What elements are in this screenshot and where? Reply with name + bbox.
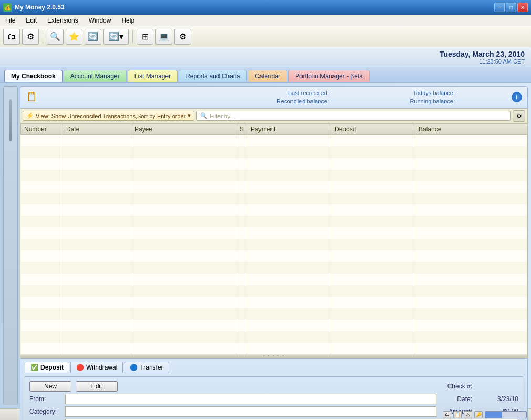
filter-box[interactable]: 🔍 Filter by ... <box>196 111 511 121</box>
menu-extensions[interactable]: Extensions <box>44 16 81 25</box>
toolbar-favorite-button[interactable]: ⭐ <box>66 29 82 45</box>
table-row[interactable] <box>21 216 527 227</box>
datetime-text: Tuesday, March 23, 2010 11:23:50 AM CET <box>440 50 525 65</box>
restore-button[interactable]: □ <box>506 3 516 12</box>
running-balance-label: Running balance: <box>392 98 455 104</box>
table-row[interactable] <box>21 308 527 320</box>
new-button[interactable]: New <box>29 381 71 392</box>
menu-file[interactable]: File <box>2 16 18 25</box>
info-help-icon[interactable]: i <box>512 92 522 102</box>
from-input[interactable] <box>65 394 436 404</box>
info-row-1: Last reconciled: Todays balance: <box>266 90 507 96</box>
table-row[interactable] <box>21 158 527 170</box>
toolbar-grid-button[interactable]: ⊞ <box>137 29 153 45</box>
form-row-buttons: New Edit Check #: <box>29 381 518 392</box>
table-row[interactable] <box>21 250 527 262</box>
toolbar-separator-2 <box>132 30 133 43</box>
status-progress-bar <box>485 411 527 418</box>
transaction-table[interactable]: Number Date Payee S Payment Deposit Bala… <box>20 123 527 358</box>
table-row[interactable] <box>21 343 527 354</box>
minimize-button[interactable]: – <box>494 3 505 12</box>
last-reconciled-label: Last reconciled: <box>266 90 329 96</box>
table-row[interactable] <box>21 146 527 158</box>
category-input[interactable] <box>65 406 436 417</box>
tab-portfolio-manager[interactable]: Portfolio Manager - βeta <box>288 70 370 82</box>
menu-window[interactable]: Window <box>86 16 114 25</box>
col-s: S <box>236 124 247 135</box>
view-icon: ⚡ <box>26 112 34 119</box>
toolbar-terminal-button[interactable]: 💻 <box>155 29 172 45</box>
col-payee: Payee <box>131 124 236 135</box>
withdrawal-icon: 🔴 <box>76 364 84 371</box>
tab-my-checkbook[interactable]: My Checkbook <box>4 70 63 82</box>
status-indicator-3: ⚠ <box>464 411 472 418</box>
table-row[interactable] <box>21 135 527 146</box>
table-row[interactable] <box>21 181 527 193</box>
datetime-bar: Tuesday, March 23, 2010 11:23:50 AM CET <box>0 47 531 67</box>
toolbar-dropdown-button[interactable]: 🔄▾ <box>103 29 129 45</box>
col-date: Date <box>63 124 131 135</box>
main-content: 🗒 Last reconciled: Todays balance: Recon… <box>0 83 531 408</box>
status-indicator-4: 🔑 <box>474 411 483 418</box>
table-row[interactable] <box>21 331 527 343</box>
transfer-label: Transfer <box>140 364 163 371</box>
window-title: My Money 2.0.53 <box>15 4 65 11</box>
table-row[interactable] <box>21 227 527 239</box>
menu-bar: File Edit Extensions Window Help <box>0 15 531 26</box>
category-label: Category: <box>29 408 61 415</box>
view-dropdown-icon: ▾ <box>188 112 191 119</box>
menu-help[interactable]: Help <box>118 16 138 25</box>
toolbar-settings-button[interactable]: ⚙ <box>174 29 191 45</box>
form-tab-deposit[interactable]: ✅ Deposit <box>25 362 69 373</box>
info-fields: Last reconciled: Todays balance: Reconci… <box>266 90 507 104</box>
info-row-2: Reconciled balance: Running balance: <box>266 98 507 104</box>
toolbar-account-button[interactable]: ⚙ <box>22 29 39 45</box>
toolbar-search-button[interactable]: 🔍 <box>47 29 64 45</box>
sidebar-handle[interactable] <box>9 99 12 141</box>
table-row[interactable] <box>21 193 527 204</box>
title-bar: 💰 My Money 2.0.53 – □ ✕ <box>0 0 531 15</box>
table-row[interactable] <box>21 297 527 308</box>
reconciled-balance-label: Reconciled balance: <box>266 98 329 104</box>
form-tabs: ✅ Deposit 🔴 Withdrawal 🔵 Transfer <box>25 362 523 373</box>
status-indicator-1: 🗂 <box>443 411 451 418</box>
form-tab-transfer[interactable]: 🔵 Transfer <box>124 362 169 373</box>
check-num-row: Check #: <box>441 383 518 390</box>
toolbar-open-button[interactable]: 🗂 <box>3 29 20 45</box>
tab-reports-charts[interactable]: Reports and Charts <box>179 70 247 82</box>
account-icon: 🗒 <box>26 90 38 104</box>
bottom-form: ✅ Deposit 🔴 Withdrawal 🔵 Transfer New Ed… <box>20 358 528 421</box>
col-payment: Payment <box>247 124 331 135</box>
filter-icon: 🔍 <box>200 112 207 119</box>
toolbar-refresh-button[interactable]: 🔄 <box>85 29 101 45</box>
withdrawal-label: Withdrawal <box>86 364 117 371</box>
title-bar-left: 💰 My Money 2.0.53 <box>3 3 65 12</box>
left-sidebar <box>3 86 18 405</box>
tab-calendar[interactable]: Calendar <box>248 70 287 82</box>
form-right-date: Date: 3/23/10 <box>441 395 518 403</box>
menu-edit[interactable]: Edit <box>23 16 40 25</box>
todays-balance-label: Todays balance: <box>392 90 455 96</box>
table-row[interactable] <box>21 274 527 285</box>
table-row[interactable] <box>21 204 527 216</box>
edit-button[interactable]: Edit <box>76 381 118 392</box>
view-bar: ⚡ View: Show Unreconciled Transactions,S… <box>20 109 527 123</box>
title-bar-controls: – □ ✕ <box>494 3 528 12</box>
table-row[interactable] <box>21 320 527 331</box>
table-row[interactable] <box>21 262 527 274</box>
table-row[interactable] <box>21 285 527 297</box>
view-settings-button[interactable]: ⚙ <box>513 110 525 122</box>
table-row[interactable] <box>21 239 527 250</box>
col-number: Number <box>21 124 63 135</box>
view-selector[interactable]: ⚡ View: Show Unreconciled Transactions,S… <box>23 111 194 121</box>
tab-account-manager[interactable]: Account Manager <box>64 70 127 82</box>
close-button[interactable]: ✕ <box>517 3 528 12</box>
resize-dots: • • • • • <box>263 353 285 358</box>
table-row[interactable] <box>21 170 527 181</box>
col-balance: Balance <box>415 124 527 135</box>
form-tab-withdrawal[interactable]: 🔴 Withdrawal <box>70 362 123 373</box>
tab-list-manager[interactable]: List Manager <box>128 70 178 82</box>
form-row-from: From: Date: 3/23/10 <box>29 394 518 404</box>
resize-handle[interactable]: • • • • • <box>20 354 527 358</box>
transactions-grid: Number Date Payee S Payment Deposit Bala… <box>20 123 527 354</box>
